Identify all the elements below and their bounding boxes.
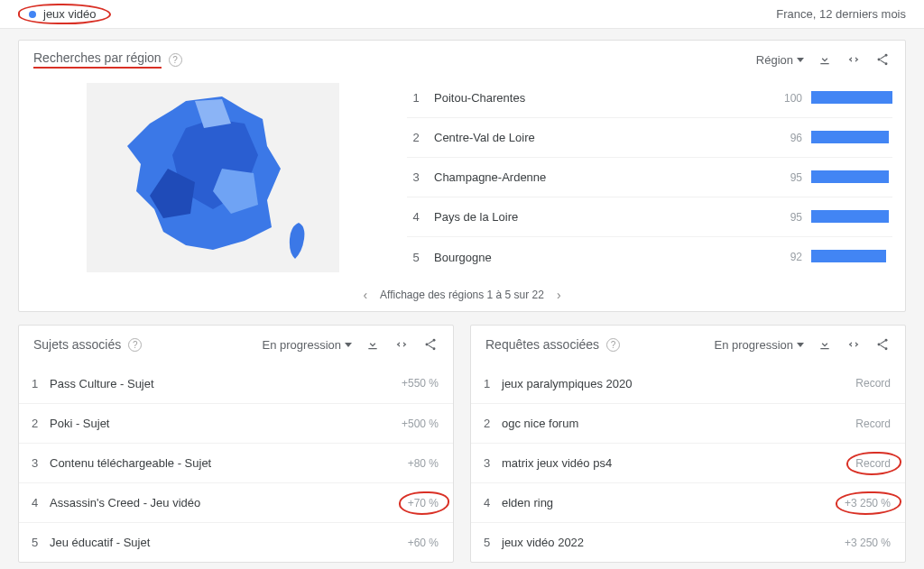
- pager-prev-icon[interactable]: ‹: [363, 288, 367, 302]
- search-term-label: jeux vidéo: [43, 7, 97, 21]
- top-bar: jeux vidéo France, 12 derniers mois: [0, 0, 924, 29]
- subject-value: +80 %: [408, 457, 440, 470]
- subject-label: Poki - Sujet: [50, 417, 402, 430]
- help-icon[interactable]: ?: [169, 53, 182, 67]
- download-icon[interactable]: [365, 336, 381, 353]
- subject-rank: 2: [32, 417, 50, 430]
- embed-icon[interactable]: [393, 336, 410, 353]
- query-value: +3 250 %: [845, 497, 892, 509]
- region-value: 96: [775, 132, 802, 144]
- query-value: Record: [855, 418, 892, 430]
- query-rank: 5: [484, 536, 502, 549]
- region-bar: [811, 170, 892, 185]
- share-icon[interactable]: [874, 336, 891, 353]
- related-subjects-card: Sujets associés ? En progression: [18, 325, 454, 563]
- svg-point-1: [878, 59, 881, 61]
- region-bar: [811, 210, 892, 225]
- region-row[interactable]: 4Pays de la Loire95: [407, 197, 892, 237]
- svg-point-9: [885, 347, 888, 350]
- chevron-down-icon: [797, 343, 804, 347]
- subjects-sort-dropdown[interactable]: En progression: [263, 338, 352, 352]
- subject-row[interactable]: 1Pass Culture - Sujet+550 %: [19, 363, 453, 403]
- region-card-header: Recherches par région ? Région: [19, 41, 905, 78]
- subject-row[interactable]: 5Jeu éducatif - Sujet+60 %: [19, 522, 453, 562]
- query-row[interactable]: 4elden ring+3 250 %: [471, 482, 905, 522]
- svg-point-7: [885, 339, 888, 342]
- svg-point-4: [433, 339, 436, 342]
- query-label: elden ring: [502, 496, 845, 509]
- embed-icon[interactable]: [845, 51, 862, 68]
- query-label: jeux vidéo 2022: [502, 536, 845, 549]
- subject-row[interactable]: 4Assassin's Creed - Jeu vidéo+70 %: [19, 482, 453, 522]
- subject-label: Jeu éducatif - Sujet: [50, 536, 408, 549]
- query-row[interactable]: 1jeux paralympiques 2020Record: [471, 363, 905, 403]
- query-label: jeux paralympiques 2020: [502, 377, 855, 390]
- subject-label: Assassin's Creed - Jeu vidéo: [50, 496, 408, 509]
- region-name: Champagne-Ardenne: [434, 170, 766, 184]
- query-rank: 1: [484, 377, 502, 390]
- region-row[interactable]: 5Bourgogne92: [407, 237, 892, 277]
- query-value: Record: [855, 457, 892, 470]
- query-rank: 2: [484, 417, 502, 430]
- query-value: Record: [855, 377, 892, 390]
- region-value: 100: [775, 92, 802, 105]
- query-row[interactable]: 2ogc nice forumRecord: [471, 403, 905, 443]
- region-row[interactable]: 2Centre-Val de Loire96: [407, 118, 892, 158]
- france-map[interactable]: [19, 78, 407, 277]
- region-row[interactable]: 3Champagne-Ardenne95: [407, 158, 892, 197]
- region-rank: 4: [407, 210, 425, 224]
- region-name: Pays de la Loire: [434, 210, 766, 224]
- series-dot-icon: [29, 11, 36, 18]
- subject-value: +550 %: [402, 377, 440, 390]
- download-icon[interactable]: [817, 336, 833, 353]
- svg-point-0: [885, 54, 888, 57]
- query-rank: 4: [484, 496, 502, 509]
- region-rank: 3: [407, 170, 425, 184]
- region-pager: ‹ Affichage des régions 1 à 5 sur 22 ›: [19, 282, 905, 311]
- share-icon[interactable]: [874, 51, 891, 68]
- subjects-card-title: Sujets associés: [33, 337, 121, 352]
- region-rank: 1: [407, 91, 425, 105]
- subject-value: +60 %: [408, 537, 440, 549]
- svg-point-2: [885, 62, 888, 65]
- query-label: matrix jeux vidéo ps4: [502, 456, 855, 470]
- region-name: Poitou-Charentes: [434, 91, 766, 105]
- region-bar: [811, 91, 892, 106]
- context-label: France, 12 derniers mois: [776, 7, 906, 21]
- region-scope-dropdown[interactable]: Région: [756, 53, 804, 67]
- region-rank: 2: [407, 131, 425, 144]
- svg-point-5: [426, 344, 429, 346]
- subjects-card-header: Sujets associés ? En progression: [19, 326, 453, 363]
- region-value: 95: [775, 211, 802, 224]
- embed-icon[interactable]: [845, 336, 862, 353]
- region-row[interactable]: 1Poitou-Charentes100: [407, 78, 892, 118]
- chevron-down-icon: [797, 58, 804, 62]
- subjects-sort-label: En progression: [263, 338, 341, 352]
- subject-value: +70 %: [408, 497, 440, 509]
- region-card: Recherches par région ? Région: [18, 40, 906, 312]
- subject-row[interactable]: 2Poki - Sujet+500 %: [19, 403, 453, 443]
- chevron-down-icon: [345, 343, 352, 347]
- help-icon[interactable]: ?: [128, 338, 142, 352]
- subject-rank: 4: [32, 496, 50, 509]
- query-row[interactable]: 5jeux vidéo 2022+3 250 %: [471, 522, 905, 562]
- region-card-title: Recherches par région: [33, 50, 162, 69]
- download-icon[interactable]: [817, 51, 833, 68]
- queries-card-title: Requêtes associées: [485, 337, 599, 352]
- query-label: ogc nice forum: [502, 417, 855, 430]
- subject-rank: 3: [32, 456, 50, 470]
- region-name: Bourgogne: [434, 251, 766, 264]
- queries-sort-dropdown[interactable]: En progression: [715, 338, 804, 352]
- svg-point-6: [433, 347, 436, 350]
- query-row[interactable]: 3matrix jeux vidéo ps4Record: [471, 443, 905, 482]
- help-icon[interactable]: ?: [606, 338, 620, 352]
- search-term-chip[interactable]: jeux vidéo: [18, 4, 111, 24]
- queries-card-header: Requêtes associées ? En progression: [471, 326, 905, 363]
- pager-next-icon[interactable]: ›: [557, 288, 561, 302]
- queries-sort-label: En progression: [715, 338, 793, 352]
- subject-label: Contenu téléchargeable - Sujet: [50, 456, 408, 470]
- subject-row[interactable]: 3Contenu téléchargeable - Sujet+80 %: [19, 443, 453, 482]
- region-rank: 5: [407, 251, 425, 264]
- region-value: 95: [775, 171, 802, 184]
- share-icon[interactable]: [422, 336, 439, 353]
